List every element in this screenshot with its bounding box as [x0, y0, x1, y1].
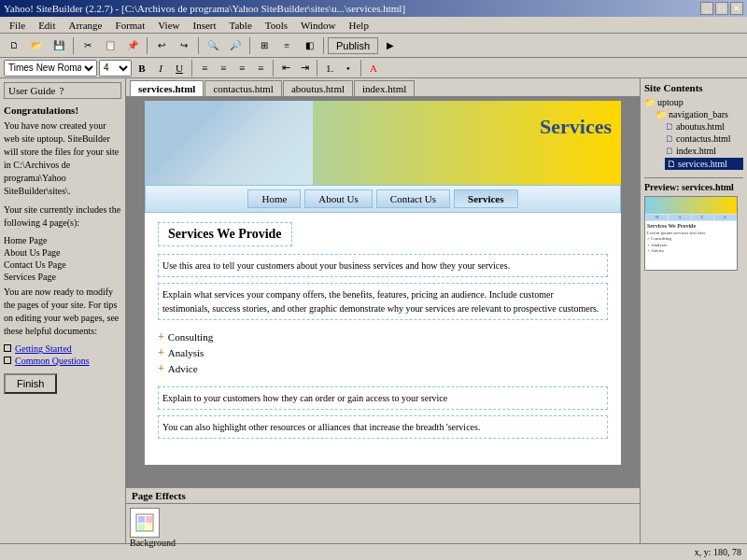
file-label-contactus: contactus.html — [676, 133, 731, 144]
menu-help[interactable]: Help — [344, 19, 374, 32]
preview-button[interactable]: ▶ — [380, 36, 401, 55]
indent-decrease-button[interactable]: ⇤ — [277, 60, 294, 77]
toolbar-sep-4 — [249, 37, 250, 54]
congratulations-text: Congratulations! — [4, 105, 121, 116]
close-button[interactable]: ✕ — [730, 2, 743, 15]
cut-button[interactable]: ✂ — [78, 36, 98, 55]
content-text-2: Explain what services your company offer… — [158, 283, 608, 320]
menu-arrange[interactable]: Arrange — [63, 19, 107, 32]
file-aboutus[interactable]: 🗋 aboutus.html — [665, 121, 743, 132]
page-contact: Contact Us Page — [4, 259, 121, 270]
undo-button[interactable]: ↩ — [151, 36, 172, 55]
new-button[interactable]: 🗋 — [4, 36, 24, 55]
zoom-in-button[interactable]: 🔍 — [203, 36, 223, 55]
effects-content: Background — [126, 504, 640, 552]
maximize-button[interactable]: □ — [715, 2, 728, 15]
tab-index[interactable]: index.html — [354, 80, 415, 96]
menu-edit[interactable]: Edit — [33, 19, 61, 32]
getting-started-item: Getting Started — [4, 343, 121, 356]
nav-home[interactable]: Home — [247, 189, 301, 208]
getting-started-link[interactable]: Getting Started — [15, 343, 72, 354]
file-label-services: services.html — [678, 159, 727, 169]
redo-button[interactable]: ↪ — [174, 36, 194, 55]
user-guide-label[interactable]: User Guide — [8, 85, 55, 96]
service-list: + Consulting + Analysis + Advice — [158, 326, 608, 381]
folder-icon-root: 📁 — [644, 97, 655, 107]
right-panel: Site Contents 📁 uptoup 📁 navigation_bars… — [640, 78, 747, 543]
file-index[interactable]: 🗋 index.html — [665, 146, 743, 156]
nav-services[interactable]: Services — [454, 189, 517, 208]
bullet-1 — [4, 344, 11, 352]
content-area: Services We Provide Use this area to tel… — [145, 213, 621, 454]
menu-table[interactable]: Table — [224, 19, 258, 32]
toolbar-sep-1 — [73, 37, 74, 54]
service-label-3: Advice — [168, 363, 198, 374]
paste-button[interactable]: 📌 — [122, 36, 143, 55]
bold-button[interactable]: B — [134, 60, 150, 77]
menu-format[interactable]: Format — [110, 19, 151, 32]
font-family-select[interactable]: Times New Roman — [4, 60, 97, 77]
finish-button[interactable]: Finish — [4, 373, 57, 394]
menu-window[interactable]: Window — [295, 19, 341, 32]
layers-button[interactable]: ◧ — [299, 36, 319, 55]
toolbar-sep-5 — [323, 37, 324, 54]
align-button[interactable]: ≡ — [276, 36, 297, 55]
copy-button[interactable]: 📋 — [100, 36, 120, 55]
left-panel: User Guide ? Congratulations! You have n… — [0, 78, 126, 543]
background-icon[interactable] — [130, 508, 160, 538]
publish-button[interactable]: Publish — [328, 37, 378, 54]
file-icon-contactus: 🗋 — [665, 133, 674, 144]
nav-about[interactable]: About Us — [304, 189, 372, 208]
canvas-scroll[interactable]: Services Home About Us Contact Us Servic… — [126, 97, 640, 487]
list-unordered-button[interactable]: • — [340, 60, 357, 77]
section-title: Services We Provide — [158, 222, 292, 246]
tab-services[interactable]: services.html — [130, 80, 204, 96]
align-right-button[interactable]: ≡ — [233, 60, 250, 77]
editor-area: services.html contactus.html aboutus.htm… — [126, 78, 640, 543]
folder-root[interactable]: 📁 uptoup — [644, 97, 743, 107]
fmt-sep-2 — [273, 60, 274, 77]
tab-aboutus[interactable]: aboutus.html — [283, 80, 353, 96]
indent-increase-button[interactable]: ⇥ — [296, 60, 313, 77]
open-button[interactable]: 📂 — [26, 36, 47, 55]
zoom-out-button[interactable]: 🔎 — [225, 36, 246, 55]
svg-rect-1 — [138, 516, 145, 523]
grid-button[interactable]: ⊞ — [254, 36, 275, 55]
help-icon: ? — [59, 85, 63, 96]
menu-insert[interactable]: Insert — [187, 19, 221, 32]
file-label-index: index.html — [676, 146, 716, 156]
save-button[interactable]: 💾 — [49, 36, 69, 55]
content-text-3: Explain to your customers how they can o… — [158, 386, 608, 410]
menu-file[interactable]: File — [4, 19, 31, 32]
menu-view[interactable]: View — [152, 19, 185, 32]
align-center-button[interactable]: ≡ — [215, 60, 232, 77]
minimize-button[interactable]: _ — [700, 2, 713, 15]
list-ordered-button[interactable]: 1. — [321, 60, 338, 77]
file-contactus[interactable]: 🗋 contactus.html — [665, 133, 743, 144]
tab-bar: services.html contactus.html aboutus.htm… — [126, 78, 640, 97]
menu-tools[interactable]: Tools — [260, 19, 293, 32]
file-icon-aboutus: 🗋 — [665, 121, 674, 132]
tab-contactus[interactable]: contactus.html — [204, 80, 281, 96]
site-contents-title: Site Contents — [644, 82, 743, 93]
page-title: Services — [540, 115, 612, 139]
underline-button[interactable]: U — [171, 60, 188, 77]
italic-button[interactable]: I — [152, 60, 169, 77]
file-services[interactable]: 🗋 services.html — [665, 158, 743, 170]
font-size-select[interactable]: 4 — [99, 60, 132, 77]
bottom-panel: Page Effects Background — [126, 487, 640, 543]
folder-label-root: uptoup — [657, 97, 684, 107]
align-left-button[interactable]: ≡ — [196, 60, 213, 77]
justify-button[interactable]: ≡ — [252, 60, 269, 77]
tips-text: You are now ready to modify the pages of… — [4, 286, 121, 338]
common-questions-link[interactable]: Common Questions — [15, 356, 90, 366]
plus-icon-1: + — [158, 329, 164, 343]
color-button[interactable]: A — [365, 60, 382, 77]
nav-contact[interactable]: Contact Us — [376, 189, 450, 208]
svg-rect-2 — [146, 516, 152, 523]
folder-navigation-bars[interactable]: 📁 navigation_bars — [655, 109, 743, 119]
header-image — [145, 101, 313, 185]
content-text-1: Use this area to tell your customers abo… — [158, 254, 608, 277]
links-section: Getting Started Common Questions — [4, 343, 121, 368]
toolbar-sep-3 — [198, 37, 199, 54]
